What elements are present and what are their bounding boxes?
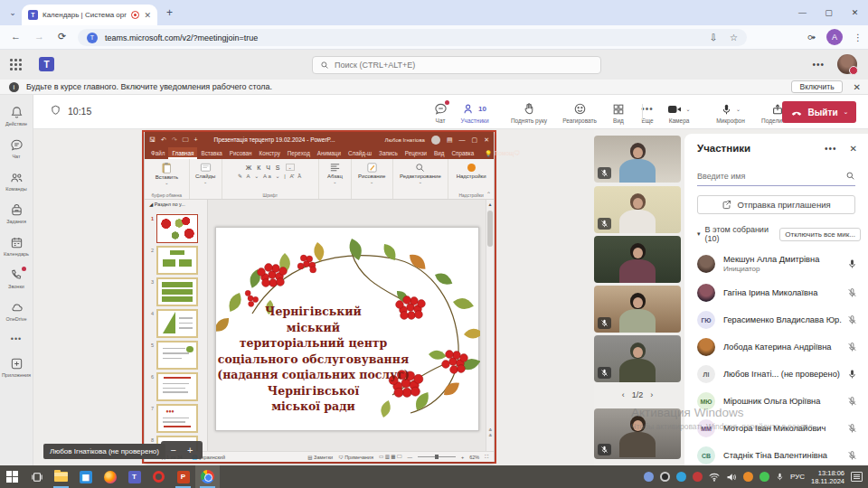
- addins-button[interactable]: Надстройки: [457, 162, 486, 179]
- sidebar-item-teams[interactable]: Команды: [0, 164, 33, 197]
- participant-row[interactable]: Мекшун Алла ДмитрівнаИнициатор: [684, 249, 868, 279]
- mic-muted-icon[interactable]: [847, 396, 857, 407]
- slide-thumb-5[interactable]: 5: [146, 341, 203, 370]
- mic-on-icon[interactable]: [847, 369, 857, 380]
- tray-icon-1[interactable]: [644, 472, 654, 482]
- mic-muted-icon[interactable]: [847, 287, 857, 298]
- teams-user-avatar[interactable]: [837, 54, 857, 74]
- sidebar-item-chat[interactable]: Чат: [0, 132, 33, 164]
- ppt-tab-insert[interactable]: Вставка: [197, 147, 225, 159]
- tray-icon-3[interactable]: [743, 472, 753, 482]
- ppt-tab-file[interactable]: Файл: [147, 147, 168, 159]
- tab-search-chevron-icon[interactable]: ⌄: [5, 5, 20, 20]
- video-tile-3[interactable]: [594, 236, 681, 283]
- sidebar-item-calls[interactable]: Звонки: [0, 262, 33, 295]
- view-buttons[interactable]: ▭ ▥ ▦ 🖵: [379, 454, 401, 460]
- ppt-help-bulb[interactable]: 💡Помощ: [485, 150, 514, 157]
- mic-button[interactable]: ⌄ Микрофон: [704, 99, 757, 127]
- participant-row[interactable]: Гагіна Ірина Миколаївна: [684, 279, 868, 306]
- zoom-in-button[interactable]: +: [187, 445, 193, 455]
- customize-icon[interactable]: +: [194, 136, 198, 143]
- invite-button[interactable]: Отправка приглашения: [697, 195, 855, 214]
- camera-button[interactable]: ⌄ Камера: [654, 99, 704, 127]
- slide-thumb-1[interactable]: 1: [146, 214, 203, 243]
- task-view-button[interactable]: [24, 465, 49, 488]
- ppt-comments-icon[interactable]: 🗨: [514, 150, 520, 156]
- browser-tab[interactable]: T Календарь | Система орга ✕: [22, 5, 157, 25]
- editing-button[interactable]: Редактирование ⌄: [400, 162, 441, 184]
- app-launcher-icon[interactable]: [10, 59, 22, 70]
- taskbar-teams[interactable]: T: [122, 465, 146, 488]
- ppt-tab-review[interactable]: Рецензи: [401, 147, 430, 159]
- taskbar-chrome[interactable]: [195, 465, 220, 488]
- sidebar-item-onedrive[interactable]: OneDrive: [0, 295, 33, 327]
- comments-button[interactable]: 🗨 Примечания: [338, 455, 373, 460]
- taskbar-powerpoint[interactable]: P: [171, 465, 195, 488]
- fit-slide-icon[interactable]: ⛶: [485, 454, 488, 460]
- ppt-tab-design[interactable]: Констру: [256, 147, 284, 159]
- tray-camera-icon[interactable]: [660, 472, 670, 482]
- tray-telegram-icon[interactable]: [676, 472, 686, 482]
- mic-muted-icon[interactable]: [847, 342, 857, 352]
- window-minimize-button[interactable]: —: [789, 8, 816, 17]
- participant-row[interactable]: ММ Мотора Іван Миколайович: [684, 415, 868, 442]
- taskbar-opera[interactable]: [146, 465, 171, 488]
- slide-thumb-7[interactable]: 7 ♦♦♦: [146, 404, 203, 433]
- zoom-slider[interactable]: [418, 456, 456, 457]
- tray-volume-icon[interactable]: [726, 473, 737, 482]
- bookmark-star-icon[interactable]: ☆: [730, 33, 738, 42]
- back-button[interactable]: ←: [11, 31, 21, 42]
- video-tile-1[interactable]: [594, 136, 681, 183]
- participant-search-input[interactable]: Введите имя: [697, 166, 855, 186]
- ppt-tab-animations[interactable]: Анимаци: [314, 147, 344, 159]
- next-page-icon[interactable]: ›: [650, 390, 653, 399]
- mic-muted-icon[interactable]: [847, 314, 857, 325]
- reload-button[interactable]: ⟳: [58, 31, 66, 42]
- teams-search-box[interactable]: Поиск (CTRL+ALT+E): [312, 56, 601, 74]
- participant-row[interactable]: ГЮ Герасименко Владислава Юр...: [684, 306, 868, 333]
- site-icon[interactable]: T: [87, 33, 98, 43]
- ppt-tab-draw[interactable]: Рисован: [226, 147, 256, 159]
- address-bar[interactable]: T teams.microsoft.com/v2/?meetingjoin=tr…: [78, 29, 747, 46]
- taskbar-firefox[interactable]: [98, 465, 122, 488]
- forward-button[interactable]: →: [34, 31, 44, 42]
- tray-mic-icon[interactable]: [776, 472, 784, 482]
- ppt-tab-slideshow[interactable]: Слайд-ш: [344, 147, 375, 159]
- ribbon-display-icon[interactable]: ▤: [447, 136, 453, 144]
- ribbon-collapse-icon[interactable]: ⌃: [486, 191, 491, 197]
- mic-muted-icon[interactable]: [847, 423, 857, 434]
- window-close-button[interactable]: ✕: [842, 8, 868, 17]
- ppt-close-icon[interactable]: ✕: [484, 136, 489, 144]
- zoom-in-icon[interactable]: +: [461, 455, 464, 460]
- sidebar-item-activity[interactable]: Действие: [0, 99, 33, 132]
- participants-button[interactable]: 10 Участники: [451, 99, 498, 127]
- ppt-tab-transitions[interactable]: Переход: [284, 147, 314, 159]
- font-buttons[interactable]: Ж К Ч S: [246, 164, 282, 171]
- drawing-button[interactable]: Рисование ⌄: [358, 162, 385, 184]
- video-tile-5[interactable]: [594, 335, 681, 382]
- slide-thumb-3[interactable]: 3: [146, 277, 203, 306]
- mic-chevron-icon[interactable]: ⌄: [736, 106, 741, 112]
- taskbar-explorer[interactable]: [49, 465, 73, 488]
- ppt-tab-home[interactable]: Главная: [168, 147, 197, 159]
- browser-profile-avatar[interactable]: A: [826, 29, 843, 45]
- sidebar-item-apps[interactable]: Приложения: [0, 351, 33, 383]
- font-buttons-row2[interactable]: ✎ А ⌄ Аа ⌄ | А̂ А̌: [238, 173, 303, 179]
- mute-all-button[interactable]: Отключить все мик...: [779, 228, 861, 241]
- taskbar-clock[interactable]: 13:18:0618.11.2024: [811, 469, 844, 485]
- notification-close-icon[interactable]: ✕: [854, 82, 861, 92]
- section-header[interactable]: ◢ Раздел по у...: [145, 202, 207, 211]
- leave-chevron-icon[interactable]: ⌄: [844, 108, 849, 116]
- browser-menu-icon[interactable]: ⋮: [854, 33, 863, 42]
- slide-thumb-6[interactable]: 6: [146, 372, 203, 401]
- camera-chevron-icon[interactable]: ⌄: [685, 106, 690, 112]
- tab-close-icon[interactable]: ✕: [144, 11, 151, 20]
- prev-page-icon[interactable]: ‹: [622, 390, 625, 399]
- language-indicator[interactable]: РУС: [790, 473, 805, 481]
- share-zoom-control[interactable]: −+: [161, 441, 203, 459]
- start-button[interactable]: [0, 465, 24, 488]
- raise-hand-button[interactable]: Поднять руку: [504, 99, 554, 127]
- save-icon[interactable]: 🖫: [149, 136, 156, 143]
- sidebar-item-assignments[interactable]: Задания: [0, 197, 33, 230]
- teams-header-more-icon[interactable]: •••: [812, 60, 825, 70]
